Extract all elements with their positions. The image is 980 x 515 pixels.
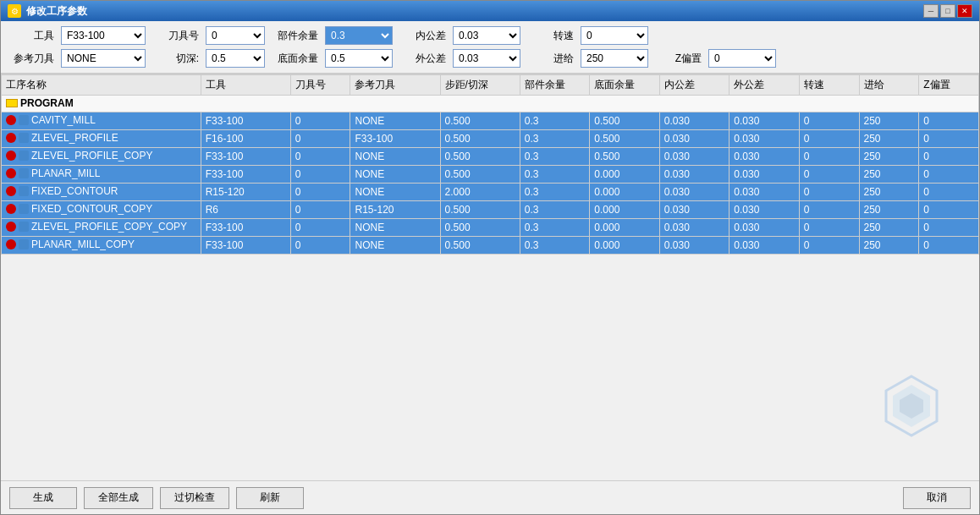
table-row[interactable]: ZLEVEL_PROFILEF16-1000F33-1000.5000.30.5… bbox=[2, 130, 979, 148]
cut-depth-select[interactable]: 0.5 bbox=[206, 49, 265, 68]
cell-step: 0.500 bbox=[440, 201, 520, 219]
cell-inner: 0.030 bbox=[659, 219, 729, 237]
knife-select[interactable]: 0 bbox=[206, 26, 265, 45]
table-row[interactable]: CAVITY_MILLF33-1000NONE0.5000.30.5000.03… bbox=[2, 112, 979, 130]
error-icon bbox=[6, 204, 16, 214]
close-button[interactable]: ✕ bbox=[957, 4, 972, 18]
cell-knife: 0 bbox=[290, 166, 350, 184]
outer-tol-select[interactable]: 0.03 bbox=[453, 49, 520, 68]
cell-tool: F33-100 bbox=[201, 166, 290, 184]
cell-name: ZLEVEL_PROFILE bbox=[2, 130, 201, 148]
cell-inner: 0.030 bbox=[659, 166, 729, 184]
table-row[interactable]: FIXED_CONTOURR15-1200NONE2.0000.30.0000.… bbox=[2, 184, 979, 201]
cell-name: ZLEVEL_PROFILE_COPY_COPY bbox=[2, 219, 201, 237]
maximize-button[interactable]: □ bbox=[940, 4, 955, 18]
cell-zoffset: 0 bbox=[919, 148, 979, 166]
tool-icon bbox=[19, 115, 29, 125]
ref-tool-select[interactable]: NONE bbox=[61, 49, 146, 68]
main-window: ⚙ 修改工序参数 ─ □ ✕ 工具 F33-100 刀具号 0 部件余量 0.3… bbox=[0, 0, 980, 515]
cell-name: CAVITY_MILL bbox=[2, 112, 201, 130]
cell-floor: 0.000 bbox=[590, 237, 660, 255]
cell-knife: 0 bbox=[290, 237, 350, 255]
cell-step: 0.500 bbox=[440, 112, 520, 130]
cell-floor: 0.000 bbox=[590, 166, 660, 184]
generate-button[interactable]: 生成 bbox=[9, 487, 77, 509]
cancel-button[interactable]: 取消 bbox=[903, 487, 971, 509]
error-icon bbox=[6, 239, 16, 249]
speed-select[interactable]: 0 bbox=[581, 26, 648, 45]
col-header-floor: 底面余量 bbox=[590, 75, 660, 96]
cell-ref_tool: NONE bbox=[350, 219, 440, 237]
table-container[interactable]: 工序名称 工具 刀具号 参考刀具 步距/切深 部件余量 底面余量 内公差 外公差… bbox=[1, 74, 979, 480]
toolbar-row-1: 工具 F33-100 刀具号 0 部件余量 0.3 内公差 0.03 转速 0 bbox=[8, 26, 972, 45]
col-header-step: 步距/切深 bbox=[440, 75, 520, 96]
cell-outer: 0.030 bbox=[729, 184, 800, 201]
cell-inner: 0.030 bbox=[659, 237, 729, 255]
table-row[interactable]: PLANAR_MILLF33-1000NONE0.5000.30.0000.03… bbox=[2, 166, 979, 184]
cell-floor: 0.000 bbox=[590, 201, 660, 219]
table-row[interactable]: ZLEVEL_PROFILE_COPYF33-1000NONE0.5000.30… bbox=[2, 148, 979, 166]
cell-zoffset: 0 bbox=[919, 219, 979, 237]
cell-knife: 0 bbox=[290, 112, 350, 130]
cell-zoffset: 0 bbox=[919, 130, 979, 148]
feed-select[interactable]: 250 bbox=[581, 49, 648, 68]
nx-logo bbox=[878, 372, 945, 442]
title-bar-left: ⚙ 修改工序参数 bbox=[8, 4, 87, 19]
feed-label: 进给 bbox=[527, 52, 574, 66]
tool-label: 工具 bbox=[8, 29, 54, 43]
cell-step: 0.500 bbox=[440, 219, 520, 237]
inner-tol-select[interactable]: 0.03 bbox=[453, 26, 520, 45]
cell-floor: 0.500 bbox=[590, 130, 660, 148]
cell-tool: R15-120 bbox=[201, 184, 290, 201]
error-icon bbox=[6, 168, 16, 178]
cell-knife: 0 bbox=[290, 201, 350, 219]
cell-zoffset: 0 bbox=[919, 237, 979, 255]
cell-floor: 0.500 bbox=[590, 112, 660, 130]
cell-ref_tool: NONE bbox=[350, 166, 440, 184]
cell-parts: 0.3 bbox=[520, 201, 590, 219]
cell-name: PLANAR_MILL_COPY bbox=[2, 237, 201, 255]
error-icon bbox=[6, 222, 16, 232]
cell-outer: 0.030 bbox=[729, 237, 800, 255]
cell-speed: 0 bbox=[799, 237, 859, 255]
col-header-zoffset: Z偏置 bbox=[919, 75, 979, 96]
cell-speed: 0 bbox=[799, 112, 859, 130]
tool-icon bbox=[19, 186, 29, 196]
table-row[interactable]: PLANAR_MILL_COPYF33-1000NONE0.5000.30.00… bbox=[2, 237, 979, 255]
title-controls: ─ □ ✕ bbox=[923, 4, 972, 18]
table-row[interactable]: ZLEVEL_PROFILE_COPY_COPYF33-1000NONE0.50… bbox=[2, 219, 979, 237]
toolbar-row-2: 参考刀具 NONE 切深: 0.5 底面余量 0.5 外公差 0.03 进给 2… bbox=[8, 49, 972, 68]
cell-feed: 250 bbox=[859, 130, 919, 148]
refresh-button[interactable]: 刷新 bbox=[236, 487, 304, 509]
minimize-button[interactable]: ─ bbox=[923, 4, 939, 18]
z-offset-select[interactable]: 0 bbox=[708, 49, 776, 68]
cell-speed: 0 bbox=[799, 201, 859, 219]
cell-zoffset: 0 bbox=[919, 112, 979, 130]
col-header-ref: 参考刀具 bbox=[350, 75, 440, 96]
cell-step: 0.500 bbox=[440, 237, 520, 255]
floor-select[interactable]: 0.5 bbox=[325, 49, 393, 68]
cell-speed: 0 bbox=[799, 148, 859, 166]
generate-all-button[interactable]: 全部生成 bbox=[84, 487, 153, 509]
footer: 生成 全部生成 过切检查 刷新 取消 bbox=[1, 480, 979, 514]
parts-select[interactable]: 0.3 bbox=[325, 26, 393, 45]
table-row[interactable]: FIXED_CONTOUR_COPYR60R15-1200.5000.30.00… bbox=[2, 201, 979, 219]
floor-label: 底面余量 bbox=[272, 52, 318, 66]
cell-zoffset: 0 bbox=[919, 166, 979, 184]
cell-speed: 0 bbox=[799, 219, 859, 237]
outer-tol-label: 外公差 bbox=[399, 52, 446, 66]
tool-select[interactable]: F33-100 bbox=[61, 26, 146, 45]
table-row[interactable]: PROGRAM bbox=[2, 96, 979, 112]
cell-tool: F16-100 bbox=[201, 130, 290, 148]
col-header-speed: 转速 bbox=[799, 75, 859, 96]
error-icon bbox=[6, 186, 16, 196]
overcut-check-button[interactable]: 过切检查 bbox=[160, 487, 229, 509]
tool-icon bbox=[19, 239, 29, 249]
cell-zoffset: 0 bbox=[919, 184, 979, 201]
cell-knife: 0 bbox=[290, 184, 350, 201]
content-area: 工序名称 工具 刀具号 参考刀具 步距/切深 部件余量 底面余量 内公差 外公差… bbox=[1, 74, 979, 480]
window-icon: ⚙ bbox=[8, 4, 21, 18]
cell-feed: 250 bbox=[859, 237, 919, 255]
window-title: 修改工序参数 bbox=[26, 4, 87, 19]
parts-label: 部件余量 bbox=[272, 29, 318, 43]
